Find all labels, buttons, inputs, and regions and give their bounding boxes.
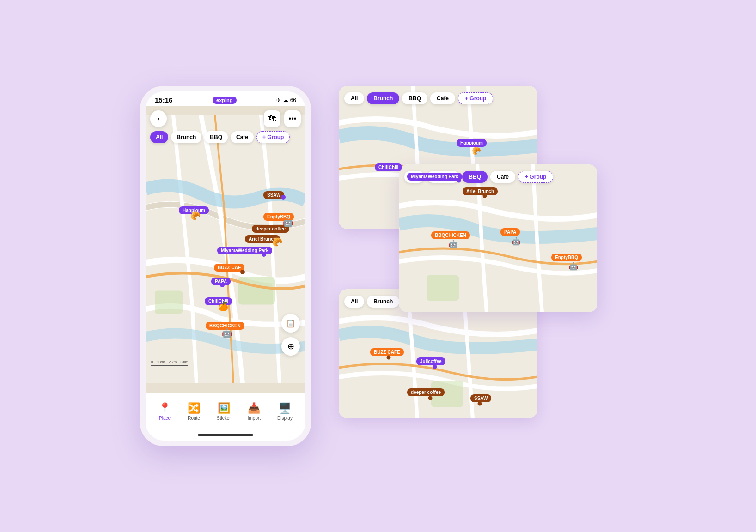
clipboard-button[interactable]: 📋 xyxy=(281,314,300,332)
brunch-label-miyama: MiyamaWedding Park xyxy=(407,173,462,181)
bbq-card-filter-group[interactable]: + Group xyxy=(518,171,553,183)
app-name-badge: exping xyxy=(213,97,236,104)
bbq-card-filter-bbq[interactable]: BBQ xyxy=(462,171,488,183)
brunch-card-filter-all[interactable]: All xyxy=(344,92,364,104)
pin-ariel: 🥐 xyxy=(272,237,282,247)
bbq-label-papa: PAPA xyxy=(500,228,520,236)
nav-display-label: Display xyxy=(277,416,293,421)
nav-sticker[interactable]: 🖼️ Sticker xyxy=(217,402,231,421)
filter-bbq[interactable]: BBQ xyxy=(204,131,228,143)
pin-chillchill: 🍊 xyxy=(218,302,228,312)
location-button[interactable]: ⊕ xyxy=(281,337,300,356)
filter-group[interactable]: + Group xyxy=(256,131,290,143)
cafe-label-julicoffee: Julicoffee xyxy=(416,357,445,365)
cafe-label-deeper: deeper coffee xyxy=(407,388,445,396)
phone-screen: 15:16 exping ✈ ☁ 66 xyxy=(146,91,305,441)
bbq-label-enptybbq: EnptyBBQ xyxy=(551,254,582,261)
filter-brunch[interactable]: Brunch xyxy=(171,131,201,143)
map-view-button[interactable]: 🗺 xyxy=(264,110,280,127)
nav-sticker-label: Sticker xyxy=(217,416,231,421)
home-indicator xyxy=(146,429,305,441)
bbq-pin-papa: 🤖 xyxy=(512,237,521,246)
home-bar xyxy=(198,434,253,436)
phone-map: ‹ 🗺 ••• All Brunch BBQ Cafe + Group SSAW… xyxy=(146,106,305,393)
right-panels: All Brunch BBQ Cafe + Group Happioum 🥐 C… xyxy=(339,86,616,446)
brunch-card-filter-cafe[interactable]: Cafe xyxy=(430,92,455,104)
bbq-pin-entybbq: 🤖 xyxy=(569,262,578,271)
cafe-dot-ssaw xyxy=(478,402,482,406)
svg-rect-2 xyxy=(155,291,183,314)
cafe-label-buzz: BUZZ CAFE xyxy=(370,348,404,356)
cafe-dot-buzz xyxy=(387,356,391,360)
bbq-pin-bbqchicken: 🤖 xyxy=(449,240,458,248)
brunch-label-happioum: Happioum xyxy=(457,139,487,147)
brunch-dot-ariel xyxy=(483,194,487,198)
dot-buzz xyxy=(240,270,245,274)
cafe-dot-julicoffee xyxy=(433,365,437,369)
phone-filter-bar: All Brunch BBQ Cafe + Group xyxy=(150,131,301,143)
more-options-button[interactable]: ••• xyxy=(284,110,301,127)
bottom-nav: 📍 Place 🔀 Route 🖼️ Sticker 📥 Import 🖥️ xyxy=(146,393,305,429)
svg-rect-6 xyxy=(427,275,459,301)
brunch-pin-happioum: 🥐 xyxy=(472,146,481,155)
dot-papa xyxy=(220,283,225,287)
nav-place-label: Place xyxy=(159,416,171,421)
phone-toolbar: ‹ 🗺 ••• xyxy=(150,110,301,127)
filter-all[interactable]: All xyxy=(150,131,168,143)
main-container: 15:16 exping ✈ ☁ 66 xyxy=(122,67,634,465)
cafe-card-filter-all[interactable]: All xyxy=(344,296,364,308)
brunch-label-chillchill: ChillChill xyxy=(375,163,402,171)
status-icons: ✈ ☁ 66 xyxy=(276,97,296,103)
bbq-label-bbqchicken: BBQCHICKEN xyxy=(431,231,470,239)
brunch-filter-bar: All Brunch BBQ Cafe + Group xyxy=(344,92,532,104)
label-buzz-caf: BUZZ CAF xyxy=(214,264,244,272)
brunch-dot-miyama xyxy=(457,179,461,183)
nav-route-label: Route xyxy=(188,416,200,421)
dot-miyama xyxy=(262,252,266,257)
back-button[interactable]: ‹ xyxy=(150,110,167,127)
cafe-card-filter-brunch[interactable]: Brunch xyxy=(367,296,399,308)
scale-bar: 01 km2 km3 km xyxy=(151,360,188,366)
cafe-dot-deeper xyxy=(428,396,433,400)
brunch-card-filter-brunch[interactable]: Brunch xyxy=(367,92,399,104)
nav-import-label: Import xyxy=(248,416,261,421)
status-bar: 15:16 exping ✈ ☁ 66 xyxy=(146,91,305,106)
status-time: 15:16 xyxy=(155,96,172,104)
bbq-card-filter-cafe[interactable]: Cafe xyxy=(490,171,515,183)
brunch-label-ariel: Ariel Brunch xyxy=(463,187,498,195)
brunch-card-filter-group[interactable]: + Group xyxy=(458,92,493,104)
nav-place[interactable]: 📍 Place xyxy=(159,402,171,421)
filter-cafe[interactable]: Cafe xyxy=(231,131,254,143)
nav-import[interactable]: 📥 Import xyxy=(248,402,261,421)
pin-happioum: 🥐 xyxy=(190,211,201,221)
nav-display[interactable]: 🖥️ Display xyxy=(277,402,293,421)
nav-route[interactable]: 🔀 Route xyxy=(188,402,200,421)
phone-mockup: 15:16 exping ✈ ☁ 66 xyxy=(140,86,311,446)
cafe-label-ssaw: SSAW xyxy=(470,394,491,402)
pin-bbqchicken: 🤖 xyxy=(222,328,232,338)
dot-ssaw xyxy=(281,195,286,200)
svg-rect-1 xyxy=(238,277,275,305)
bbq-card: All Brunch BBQ Cafe + Group BBQCHICKEN 🤖… xyxy=(399,164,597,312)
brunch-card-filter-bbq[interactable]: BBQ xyxy=(402,92,427,104)
pin-enptybbq: 🤖 xyxy=(283,217,293,227)
